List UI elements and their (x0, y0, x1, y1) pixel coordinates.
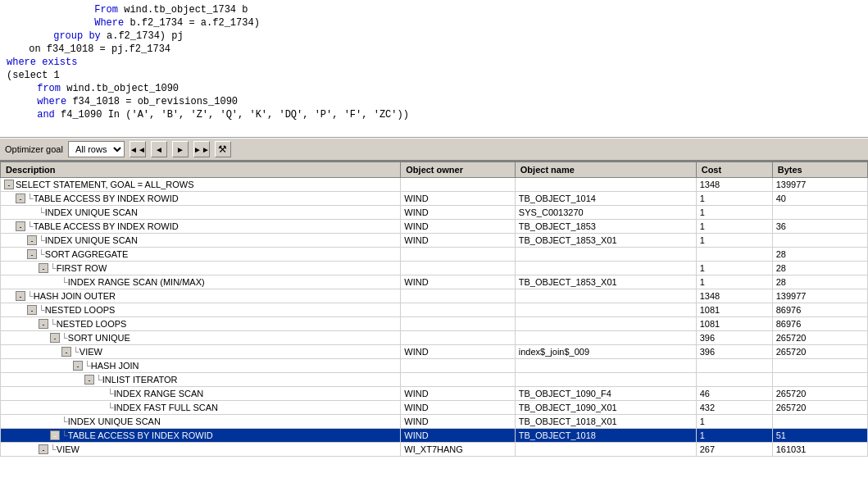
table-row[interactable]: -└ HASH JOIN (1, 359, 868, 373)
expand-icon[interactable]: - (4, 180, 14, 189)
cell-description: -└ TABLE ACCESS BY INDEX ROWID (1, 220, 401, 234)
settings-button[interactable]: ⚒ (215, 141, 231, 157)
row-label: INDEX RANGE SCAN (MIN/MAX) (68, 277, 205, 287)
expand-icon[interactable]: - (27, 235, 37, 245)
cell-bytes (772, 373, 867, 387)
expand-icon[interactable]: - (16, 193, 25, 203)
tree-connector: └ (61, 430, 68, 440)
cell-owner: WIND (401, 192, 516, 206)
table-row[interactable]: -└ HASH JOIN OUTER1348139977 (1, 289, 868, 303)
expand-icon[interactable]: - (50, 430, 60, 440)
table-body: -SELECT STATEMENT, GOAL = ALL_ROWS134813… (1, 178, 868, 457)
tree-connector: └ (27, 221, 34, 231)
table-row[interactable]: -└ INDEX UNIQUE SCANWINDTB_OBJECT_1853_X… (1, 234, 868, 248)
cell-object: TB_OBJECT_1018 (515, 429, 696, 443)
optimizer-label: Optimizer goal (5, 144, 63, 154)
expand-icon[interactable]: - (50, 333, 60, 343)
cell-object: index$_join$_009 (515, 345, 696, 359)
tree-connector: └ (107, 389, 114, 398)
cell-description: └ INDEX RANGE SCAN (1, 387, 401, 401)
cell-object: SYS_C0013270 (515, 206, 696, 220)
table-row[interactable]: -└ VIEWWI_XT7HANG267161031 (1, 443, 868, 457)
row-label: INDEX UNIQUE SCAN (45, 235, 138, 245)
nav-last-button[interactable]: ►► (193, 141, 210, 157)
expand-icon[interactable]: - (39, 319, 48, 329)
cell-description: └ INDEX FAST FULL SCAN (1, 401, 401, 415)
plan-table: Description Object owner Object name Cos… (0, 162, 868, 457)
table-row[interactable]: -└ TABLE ACCESS BY INDEX ROWIDWINDTB_OBJ… (1, 192, 868, 206)
table-header-row: Description Object owner Object name Cos… (1, 162, 868, 178)
table-row[interactable]: -└ NESTED LOOPS108186976 (1, 317, 868, 331)
cell-description: -SELECT STATEMENT, GOAL = ALL_ROWS (1, 178, 401, 192)
table-row[interactable]: └ INDEX RANGE SCANWINDTB_OBJECT_1090_F44… (1, 387, 868, 401)
cell-bytes: 51 (772, 429, 867, 443)
expand-icon[interactable]: - (39, 263, 48, 273)
cell-owner (401, 373, 516, 387)
cell-owner (401, 178, 516, 192)
expand-icon[interactable]: - (27, 249, 37, 259)
row-label: INDEX UNIQUE SCAN (68, 417, 161, 426)
table-row[interactable]: -└ NESTED LOOPS108186976 (1, 303, 868, 317)
tree-connector: └ (50, 444, 57, 454)
expand-icon[interactable]: - (16, 221, 25, 231)
cell-owner: WIND (401, 345, 516, 359)
expand-icon[interactable]: - (84, 375, 94, 385)
tree-connector: └ (39, 305, 45, 315)
row-label: SORT AGGREGATE (45, 249, 128, 259)
table-row[interactable]: └ INDEX UNIQUE SCANWINDTB_OBJECT_1018_X0… (1, 415, 868, 429)
nav-first-button[interactable]: ◄◄ (130, 141, 146, 157)
cell-description: -└ HASH JOIN (1, 359, 401, 373)
nav-next-button[interactable]: ► (172, 141, 189, 157)
table-row[interactable]: -└ TABLE ACCESS BY INDEX ROWIDWINDTB_OBJ… (1, 429, 868, 443)
row-label: INDEX FAST FULL SCAN (114, 403, 218, 412)
table-row[interactable]: └ INDEX RANGE SCAN (MIN/MAX)WINDTB_OBJEC… (1, 275, 868, 289)
sql-line-7: from wind.tb_object_1090 (7, 82, 861, 95)
expand-icon[interactable]: - (16, 291, 25, 301)
cell-description: └ INDEX RANGE SCAN (MIN/MAX) (1, 275, 401, 289)
cell-bytes: 265720 (772, 345, 867, 359)
cell-bytes: 28 (772, 248, 867, 262)
table-row[interactable]: -└ TABLE ACCESS BY INDEX ROWIDWINDTB_OBJ… (1, 220, 868, 234)
cell-owner: WIND (401, 415, 516, 429)
expand-icon[interactable]: - (27, 305, 37, 315)
tree-connector: └ (39, 249, 45, 259)
table-row[interactable]: -└ FIRST ROW128 (1, 262, 868, 275)
cell-cost (696, 248, 772, 262)
cell-bytes: 265720 (772, 387, 867, 401)
table-row[interactable]: -└ VIEWWINDindex$_join$_009396265720 (1, 345, 868, 359)
tree-connector: └ (39, 207, 45, 217)
header-object-name: Object name (515, 162, 696, 178)
nav-prev-button[interactable]: ◄ (151, 141, 167, 157)
row-label: INDEX UNIQUE SCAN (45, 207, 138, 217)
cell-owner: WI_XT7HANG (401, 443, 516, 457)
expand-icon[interactable]: - (73, 361, 83, 371)
cell-description: -└ TABLE ACCESS BY INDEX ROWID (1, 429, 401, 443)
cell-description: -└ INLIST ITERATOR (1, 373, 401, 387)
cell-description: └ INDEX UNIQUE SCAN (1, 415, 401, 429)
expand-icon[interactable]: - (39, 444, 48, 454)
cell-bytes: 265720 (772, 331, 867, 345)
optimizer-select[interactable]: All rows (68, 141, 125, 157)
table-row[interactable]: -SELECT STATEMENT, GOAL = ALL_ROWS134813… (1, 178, 868, 192)
tree-connector: └ (27, 291, 34, 301)
header-object-owner: Object owner (401, 162, 516, 178)
header-description: Description (1, 162, 401, 178)
sql-editor: From wind.tb_object_1734 b Where b.f2_17… (0, 0, 868, 138)
table-row[interactable]: -└ SORT UNIQUE396265720 (1, 331, 868, 345)
sql-line-4: on f34_1018 = pj.f2_1734 (7, 43, 861, 56)
cell-object (515, 373, 696, 387)
expand-icon[interactable]: - (61, 347, 71, 357)
cell-owner (401, 262, 516, 275)
table-row[interactable]: └ INDEX UNIQUE SCANWINDSYS_C00132701 (1, 206, 868, 220)
row-label: TABLE ACCESS BY INDEX ROWID (34, 193, 179, 203)
table-row[interactable]: -└ SORT AGGREGATE28 (1, 248, 868, 262)
table-row[interactable]: └ INDEX FAST FULL SCANWINDTB_OBJECT_1090… (1, 401, 868, 415)
tree-connector: └ (73, 347, 80, 357)
cell-description: -└ NESTED LOOPS (1, 317, 401, 331)
cell-owner: WIND (401, 275, 516, 289)
cell-object (515, 262, 696, 275)
table-row[interactable]: -└ INLIST ITERATOR (1, 373, 868, 387)
cell-object: TB_OBJECT_1853_X01 (515, 275, 696, 289)
cell-bytes (772, 234, 867, 248)
cell-object: TB_OBJECT_1014 (515, 192, 696, 206)
